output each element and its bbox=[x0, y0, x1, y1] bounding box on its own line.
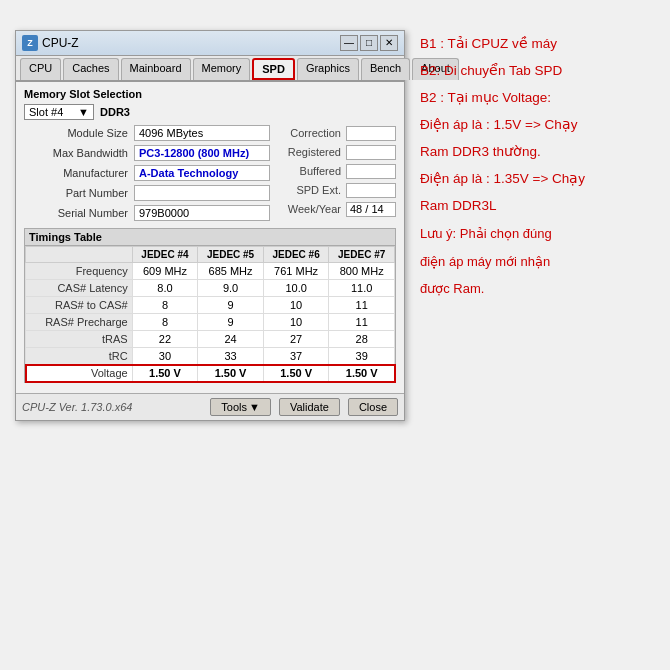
module-size-label: Module Size bbox=[24, 127, 134, 139]
voltage-row: Voltage 1.50 V 1.50 V 1.50 V 1.50 V bbox=[26, 365, 395, 382]
voltage-j4: 1.50 V bbox=[132, 365, 198, 382]
manufacturer-value: A-Data Technology bbox=[134, 165, 270, 181]
right-line7: Ram DDR3L bbox=[420, 196, 655, 217]
manufacturer-row: Manufacturer A-Data Technology bbox=[24, 164, 270, 182]
cas-j4: 8.0 bbox=[132, 280, 198, 297]
tras-j5: 24 bbox=[198, 331, 264, 348]
correction-row: Correction bbox=[274, 124, 396, 142]
bottom-bar: CPU-Z Ver. 1.73.0.x64 Tools ▼ Validate C… bbox=[16, 393, 404, 420]
tras-j7: 28 bbox=[329, 331, 395, 348]
slot-dropdown-icon[interactable]: ▼ bbox=[78, 106, 89, 118]
col-jedec4: JEDEC #4 bbox=[132, 247, 198, 263]
window-controls: — □ ✕ bbox=[340, 35, 398, 51]
ras-cas-j4: 8 bbox=[132, 297, 198, 314]
slot-label: Slot #4 bbox=[29, 106, 63, 118]
trc-j4: 30 bbox=[132, 348, 198, 365]
timings-table: JEDEC #4 JEDEC #5 JEDEC #6 JEDEC #7 Freq… bbox=[25, 246, 395, 382]
buffered-label: Buffered bbox=[274, 165, 344, 177]
tab-bar: CPU Caches Mainboard Memory SPD Graphics… bbox=[16, 56, 404, 82]
col-jedec6: JEDEC #6 bbox=[263, 247, 329, 263]
app-icon: Z bbox=[22, 35, 38, 51]
title-bar: Z CPU-Z — □ ✕ bbox=[16, 31, 404, 56]
right-note2: điện áp máy mới nhận bbox=[420, 252, 655, 272]
serial-number-value: 979B0000 bbox=[134, 205, 270, 221]
freq-j4: 609 MHz bbox=[132, 263, 198, 280]
slot-selector[interactable]: Slot #4 ▼ bbox=[24, 104, 94, 120]
ras-pre-j4: 8 bbox=[132, 314, 198, 331]
voltage-label: Voltage bbox=[26, 365, 133, 382]
right-panel: B1 : Tải CPUZ về máy B2: Di chuyển Tab S… bbox=[420, 30, 655, 309]
trc-j6: 37 bbox=[263, 348, 329, 365]
tools-button[interactable]: Tools ▼ bbox=[210, 398, 271, 416]
ras-pre-j7: 11 bbox=[329, 314, 395, 331]
tab-cpu[interactable]: CPU bbox=[20, 58, 61, 80]
right-fields: Correction Registered Buffered SPD Ext. bbox=[274, 124, 396, 224]
correction-value bbox=[346, 126, 396, 141]
trc-row: tRC 30 33 37 39 bbox=[26, 348, 395, 365]
tools-dropdown-icon[interactable]: ▼ bbox=[249, 401, 260, 413]
col-label bbox=[26, 247, 133, 263]
right-note3: được Ram. bbox=[420, 279, 655, 299]
tab-memory[interactable]: Memory bbox=[193, 58, 251, 80]
spd-content: Memory Slot Selection Slot #4 ▼ DDR3 Mod… bbox=[16, 82, 404, 389]
frequency-label: Frequency bbox=[26, 263, 133, 280]
buffered-value bbox=[346, 164, 396, 179]
slot-section-title: Memory Slot Selection bbox=[24, 88, 396, 100]
cas-j6: 10.0 bbox=[263, 280, 329, 297]
spd-ext-label: SPD Ext. bbox=[274, 184, 344, 196]
version-text: CPU-Z Ver. 1.73.0.x64 bbox=[22, 401, 202, 413]
week-year-value: 48 / 14 bbox=[346, 202, 396, 217]
cas-label: CAS# Latency bbox=[26, 280, 133, 297]
week-year-row: Week/Year 48 / 14 bbox=[274, 200, 396, 218]
registered-row: Registered bbox=[274, 143, 396, 161]
freq-j5: 685 MHz bbox=[198, 263, 264, 280]
tras-label: tRAS bbox=[26, 331, 133, 348]
ras-cas-j5: 9 bbox=[198, 297, 264, 314]
col-jedec7: JEDEC #7 bbox=[329, 247, 395, 263]
tab-graphics[interactable]: Graphics bbox=[297, 58, 359, 80]
validate-button[interactable]: Validate bbox=[279, 398, 340, 416]
cas-latency-row: CAS# Latency 8.0 9.0 10.0 11.0 bbox=[26, 280, 395, 297]
restore-button[interactable]: □ bbox=[360, 35, 378, 51]
tras-row: tRAS 22 24 27 28 bbox=[26, 331, 395, 348]
ras-cas-row: RAS# to CAS# 8 9 10 11 bbox=[26, 297, 395, 314]
ras-cas-label: RAS# to CAS# bbox=[26, 297, 133, 314]
tab-bench[interactable]: Bench bbox=[361, 58, 410, 80]
main-container: Z CPU-Z — □ ✕ CPU Caches Mainboard Memor… bbox=[0, 0, 670, 670]
app-icon-letter: Z bbox=[27, 38, 33, 48]
registered-label: Registered bbox=[274, 146, 344, 158]
tab-spd[interactable]: SPD bbox=[252, 58, 295, 80]
freq-j6: 761 MHz bbox=[263, 263, 329, 280]
trc-j5: 33 bbox=[198, 348, 264, 365]
tools-label: Tools bbox=[221, 401, 247, 413]
trc-label: tRC bbox=[26, 348, 133, 365]
tab-caches[interactable]: Caches bbox=[63, 58, 118, 80]
info-area: Module Size 4096 MBytes Max Bandwidth PC… bbox=[24, 124, 396, 224]
spd-ext-value bbox=[346, 183, 396, 198]
info-left: Module Size 4096 MBytes Max Bandwidth PC… bbox=[24, 124, 270, 224]
col-jedec5: JEDEC #5 bbox=[198, 247, 264, 263]
timings-section: Timings Table JEDEC #4 JEDEC #5 JEDEC #6… bbox=[24, 228, 396, 383]
ras-pre-j6: 10 bbox=[263, 314, 329, 331]
slot-row: Slot #4 ▼ DDR3 bbox=[24, 104, 396, 120]
slot-type-label: DDR3 bbox=[100, 106, 130, 118]
right-line1: B1 : Tải CPUZ về máy bbox=[420, 34, 655, 55]
minimize-button[interactable]: — bbox=[340, 35, 358, 51]
max-bandwidth-value: PC3-12800 (800 MHz) bbox=[134, 145, 270, 161]
part-number-label: Part Number bbox=[24, 187, 134, 199]
close-window-button[interactable]: Close bbox=[348, 398, 398, 416]
ras-cas-j7: 11 bbox=[329, 297, 395, 314]
week-year-label: Week/Year bbox=[274, 203, 344, 215]
tab-mainboard[interactable]: Mainboard bbox=[121, 58, 191, 80]
right-line6: Điện áp là : 1.35V => Chạy bbox=[420, 169, 655, 190]
close-button[interactable]: ✕ bbox=[380, 35, 398, 51]
cas-j5: 9.0 bbox=[198, 280, 264, 297]
registered-value bbox=[346, 145, 396, 160]
manufacturer-label: Manufacturer bbox=[24, 167, 134, 179]
window-title: CPU-Z bbox=[42, 36, 336, 50]
ras-precharge-row: RAS# Precharge 8 9 10 11 bbox=[26, 314, 395, 331]
max-bandwidth-label: Max Bandwidth bbox=[24, 147, 134, 159]
right-note1: Lưu ý: Phải chọn đúng bbox=[420, 224, 655, 244]
voltage-j6: 1.50 V bbox=[263, 365, 329, 382]
cpuz-window: Z CPU-Z — □ ✕ CPU Caches Mainboard Memor… bbox=[15, 30, 405, 421]
